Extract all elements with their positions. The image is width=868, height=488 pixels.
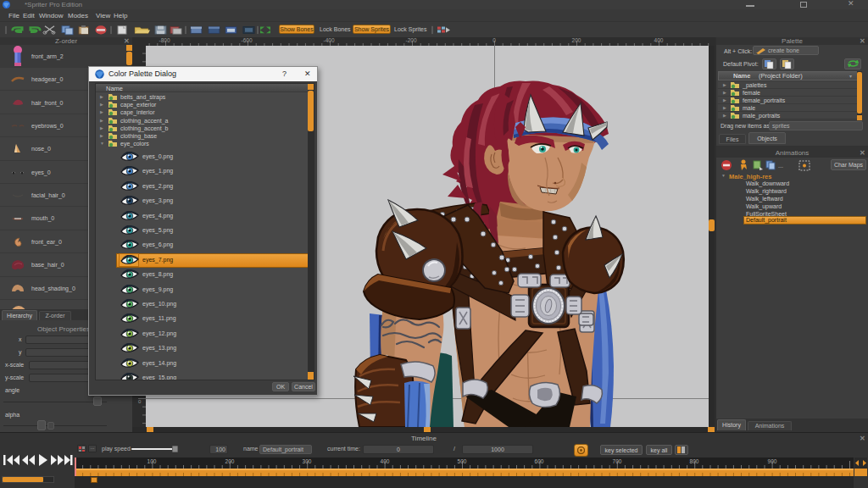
svg-text:800: 800 xyxy=(690,458,699,464)
svg-text:200: 200 xyxy=(572,37,581,43)
svg-text:300: 300 xyxy=(303,458,312,464)
svg-text:100: 100 xyxy=(147,458,157,464)
svg-text:200: 200 xyxy=(225,458,235,464)
svg-text:400: 400 xyxy=(654,37,664,43)
svg-text:-800: -800 xyxy=(159,37,170,43)
svg-text:400: 400 xyxy=(381,458,390,464)
svg-text:...: ... xyxy=(778,163,783,169)
svg-text:-400: -400 xyxy=(323,37,334,43)
svg-text:-200: -200 xyxy=(405,37,416,43)
svg-text:600: 600 xyxy=(535,458,544,464)
svg-text:-600: -600 xyxy=(241,37,252,43)
svg-text:0: 0 xyxy=(492,37,496,43)
svg-text:700: 700 xyxy=(613,458,622,464)
svg-text:500: 500 xyxy=(458,458,467,464)
svg-text:900: 900 xyxy=(768,458,777,464)
